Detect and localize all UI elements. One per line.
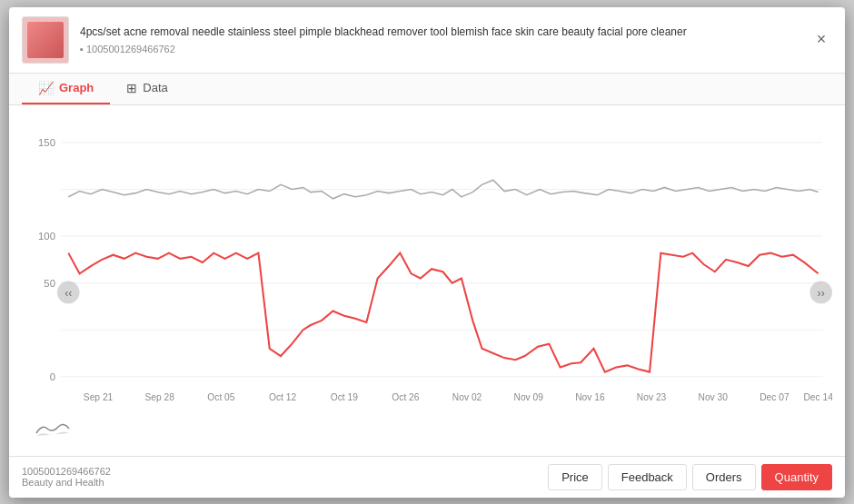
x-label-oct05: Oct 05 bbox=[207, 391, 234, 401]
svg-text:‹‹: ‹‹ bbox=[65, 287, 72, 300]
modal-header: 4pcs/set acne removal needle stainless s… bbox=[9, 7, 845, 74]
footer-info: 1005001269466762 Beauty and Health bbox=[22, 466, 111, 488]
y-label-100: 100 bbox=[38, 231, 55, 242]
footer-buttons: Price Feedback Orders Quantity bbox=[548, 464, 832, 490]
modal-body: 150 100 50 0 Sep 21 Sep 28 Oct 05 Oct 12… bbox=[9, 105, 845, 456]
x-label-dec14: Dec 14 bbox=[803, 391, 832, 401]
chart-legend bbox=[22, 414, 832, 443]
quantity-button[interactable]: Quantity bbox=[761, 464, 832, 490]
modal-footer: 1005001269466762 Beauty and Health Price… bbox=[9, 456, 845, 498]
tab-graph[interactable]: 📈 Graph bbox=[22, 74, 110, 104]
product-thumbnail bbox=[22, 16, 69, 64]
y-label-50: 50 bbox=[44, 277, 55, 288]
footer-category: Beauty and Health bbox=[22, 477, 111, 488]
x-label-nov02: Nov 02 bbox=[452, 391, 482, 401]
chart-area: 150 100 50 0 Sep 21 Sep 28 Oct 05 Oct 12… bbox=[22, 114, 832, 414]
close-button[interactable]: × bbox=[810, 29, 832, 51]
barcode-icon: ▪ bbox=[80, 44, 84, 54]
close-icon: × bbox=[817, 30, 827, 49]
product-id-header: ▪ 1005001269466762 bbox=[80, 44, 799, 54]
feedback-button[interactable]: Feedback bbox=[608, 464, 687, 490]
x-label-oct26: Oct 26 bbox=[392, 391, 419, 401]
graph-tab-icon: 📈 bbox=[38, 81, 54, 95]
tab-bar: 📈 Graph ⊞ Data bbox=[9, 74, 845, 105]
svg-text:››: ›› bbox=[818, 287, 825, 300]
x-label-sep28: Sep 28 bbox=[145, 391, 175, 401]
footer-product-id: 1005001269466762 bbox=[22, 466, 111, 477]
x-label-nov16: Nov 16 bbox=[575, 391, 605, 401]
x-label-oct19: Oct 19 bbox=[331, 391, 358, 401]
x-label-sep21: Sep 21 bbox=[84, 391, 114, 401]
product-title: 4pcs/set acne removal needle stainless s… bbox=[80, 25, 799, 40]
price-button[interactable]: Price bbox=[548, 464, 602, 490]
modal: 4pcs/set acne removal needle stainless s… bbox=[9, 7, 845, 498]
legend-icon bbox=[35, 420, 71, 438]
quantity-line bbox=[68, 252, 818, 371]
x-label-nov30: Nov 30 bbox=[699, 391, 729, 401]
orders-button[interactable]: Orders bbox=[692, 464, 756, 490]
y-label-150: 150 bbox=[38, 137, 55, 148]
x-label-oct12: Oct 12 bbox=[269, 391, 296, 401]
data-tab-icon: ⊞ bbox=[126, 81, 137, 95]
line-chart: 150 100 50 0 Sep 21 Sep 28 Oct 05 Oct 12… bbox=[22, 114, 832, 414]
tab-data[interactable]: ⊞ Data bbox=[110, 74, 184, 104]
x-label-nov23: Nov 23 bbox=[637, 391, 667, 401]
y-label-0: 0 bbox=[50, 371, 55, 381]
x-label-dec07: Dec 07 bbox=[760, 391, 789, 401]
x-label-nov09: Nov 09 bbox=[514, 391, 544, 401]
product-info: 4pcs/set acne removal needle stainless s… bbox=[80, 25, 799, 54]
